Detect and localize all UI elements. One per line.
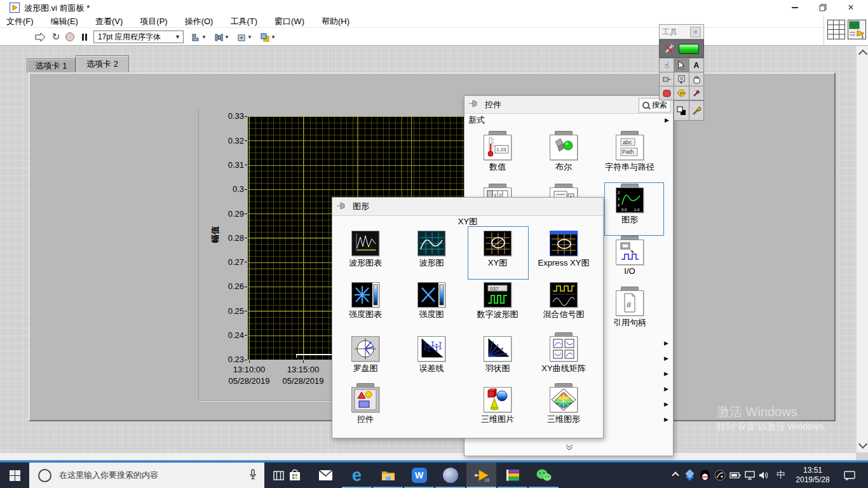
taskbar-wps-icon[interactable]: W [404,463,434,488]
restore-button[interactable] [811,0,835,15]
taskbar-globe-app-icon[interactable] [435,463,465,488]
tray-layers-icon[interactable] [682,463,696,488]
menu-operate[interactable]: 操作(O) [185,16,214,27]
palette-item-compass-plot[interactable]: 罗盘图 [335,332,396,374]
tray-expand-icon[interactable] [668,463,682,488]
tab-page-1[interactable]: 选项卡 1 [27,58,76,72]
tray-ime-indicator[interactable]: 中 [774,463,788,488]
subcategory-arrow[interactable]: ▶ [664,355,668,362]
taskbar-archive-icon[interactable] [498,463,527,488]
cortana-icon [38,469,51,482]
menu-edit[interactable]: 编辑(E) [51,16,78,27]
palette-item-feather-plot[interactable]: 羽状图 [467,332,528,374]
pin-icon[interactable] [336,202,348,212]
tools-palette-title: 工具 [662,27,677,37]
edit-text-tool[interactable]: A [689,58,703,72]
controls-palette-header[interactable]: 控件 搜索 [465,96,673,114]
palette-item-intensity-chart[interactable]: 强度图表 [335,278,396,320]
abort-button[interactable] [64,30,76,44]
palette-item-controls[interactable]: 控件 [335,383,396,425]
resize-objects-button[interactable]: ▼ [234,30,255,44]
vertical-scrollbar[interactable] [856,46,868,452]
palette-item-waveform-chart[interactable]: 波形图表 [335,227,396,269]
subcategory-arrow[interactable]: ▶ [664,401,668,407]
pause-button[interactable] [79,30,90,44]
tray-qq-icon[interactable] [698,463,712,488]
action-center-icon[interactable] [840,463,859,488]
palette-item-3d-picture[interactable]: 三维图片 [467,383,528,425]
scroll-window-tool[interactable] [689,72,703,86]
palette-item-boolean[interactable]: 布尔 [533,131,594,173]
menu-view[interactable]: 查看(V) [95,16,123,27]
palette-expand-chevron[interactable] [465,443,674,452]
font-selector[interactable]: 17pt 应用程序字体▼ [93,30,184,43]
tray-volume-icon[interactable] [757,463,771,488]
palette-item-io[interactable]: I/O [599,236,660,276]
close-button[interactable]: × [839,0,863,15]
horizontal-scrollbar[interactable] [0,452,856,460]
palette-item-waveform-graph[interactable]: 波形图 [401,227,462,269]
menu-window[interactable]: 窗口(W) [275,16,304,27]
breakpoint-tool[interactable] [660,86,674,100]
menu-tools[interactable]: 工具(T) [230,16,257,27]
taskbar-wechat-icon[interactable] [529,463,559,488]
subcategory-arrow[interactable]: ▶ [664,386,668,392]
operate-value-tool[interactable]: ☝ [660,58,674,72]
probe-tool[interactable]: P [674,86,688,100]
palette-item-xy-graph-selected[interactable]: XY图 [467,227,528,269]
vi-icon[interactable]: 1 [848,20,866,41]
subcategory-arrow[interactable]: ▶ [664,416,668,423]
palette-item-error-bar-plot[interactable]: 误差线 [401,332,462,374]
auto-tool-select[interactable] [659,39,704,58]
palette-item-digital-waveform-graph[interactable]: 037 数字波形图 [467,278,528,320]
palette-item-xy-plot-matrix[interactable]: XY曲线矩阵 [533,332,594,374]
menu-help[interactable]: 帮助(H) [322,16,349,27]
palette-item-3d-graph[interactable]: 三维图形 [533,383,594,425]
tray-battery-icon[interactable] [728,463,742,488]
tab-page-2-active[interactable]: 选项卡 2 [76,55,129,72]
position-select-tool[interactable] [674,58,688,72]
scroll-down-icon[interactable] [858,440,867,449]
taskbar-edge-icon[interactable]: e [342,463,372,488]
tools-palette-header[interactable]: 工具 × [659,24,704,39]
subcategory-arrow[interactable]: ▶ [664,340,668,346]
connect-wire-tool[interactable] [660,72,674,86]
category-row-modern[interactable]: 新式 ▶ [465,114,673,126]
start-button[interactable] [0,463,29,488]
taskbar-mail-icon[interactable] [311,463,341,488]
graph-palette-header[interactable]: 图形 [332,198,603,216]
palette-item-intensity-graph[interactable]: 强度图 [401,278,462,320]
taskbar-labview-icon-active[interactable]: 18 [466,463,496,488]
reorder-button[interactable]: ▼ [258,30,278,44]
taskbar-search-box[interactable]: 在这里输入你要搜索的内容 [29,463,264,488]
palette-item-mixed-signal-graph[interactable]: 混合信号图 [533,278,594,320]
palette-item-string-path[interactable]: abcPath 字符串与路径 [599,131,660,173]
run-button[interactable] [33,30,47,44]
set-color-tool[interactable] [674,101,689,120]
minimize-button[interactable] [783,0,807,15]
align-objects-button[interactable]: ▼ [189,30,209,44]
taskbar-clock[interactable]: 13:51 2019/5/28 [792,466,834,485]
connector-pane-icon[interactable] [827,20,845,41]
menu-file[interactable]: 文件(F) [6,16,34,27]
shortcut-menu-tool[interactable] [674,72,688,86]
tray-network-icon[interactable] [743,463,757,488]
run-continuous-button[interactable]: ↻ [50,30,62,44]
close-icon[interactable]: × [690,27,701,37]
subcategory-arrow[interactable]: ▶ [664,370,668,377]
palette-item-numeric[interactable]: 1.23 数值 [467,131,528,173]
microphone-icon[interactable] [249,469,257,482]
chart-trace-step [296,354,297,358]
taskbar-explorer-icon[interactable] [373,463,403,488]
menu-project[interactable]: 项目(P) [140,16,167,27]
scroll-up-icon[interactable] [858,50,867,58]
distribute-objects-button[interactable]: ▼ [212,30,232,44]
taskbar-store-icon[interactable] [280,463,309,488]
pin-icon[interactable] [468,100,480,109]
paintbrush-tool[interactable] [689,101,704,120]
palette-item-express-xy-graph[interactable]: Express XY图 [533,227,594,269]
tray-radar-icon[interactable] [713,463,727,488]
copy-color-tool[interactable] [689,86,703,100]
palette-item-refnum[interactable]: # 引用句柄 [599,287,660,329]
palette-item-graph[interactable]: 2100.01.0 图形 [599,184,660,226]
